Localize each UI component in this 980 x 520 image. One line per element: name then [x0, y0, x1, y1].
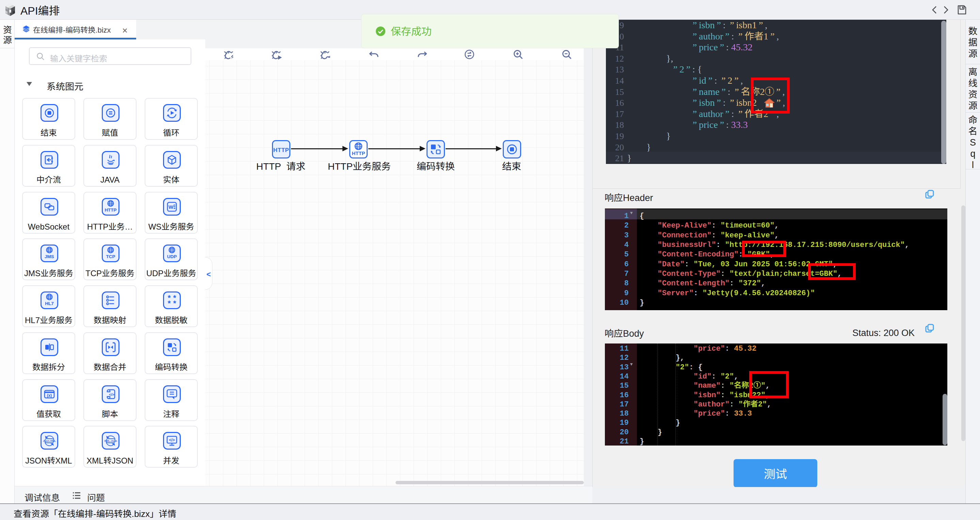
svg-text:*: * — [168, 297, 171, 306]
svg-text:*: * — [173, 297, 176, 306]
svg-text:HL7: HL7 — [45, 301, 54, 306]
svg-text:XML-Json: XML-Json — [104, 439, 117, 443]
svg-text:JMS: JMS — [45, 254, 54, 259]
svg-text:HTTP: HTTP — [105, 208, 116, 212]
svg-text:TCP: TCP — [106, 254, 115, 259]
svg-text:Json-XML: Json-XML — [43, 439, 56, 443]
svg-text:</>: </> — [109, 392, 115, 397]
svg-text:(x): (x) — [47, 392, 52, 398]
svg-text:UDP: UDP — [167, 254, 177, 259]
svg-text:W: W — [169, 204, 173, 210]
svg-text:</>: </> — [169, 437, 175, 442]
